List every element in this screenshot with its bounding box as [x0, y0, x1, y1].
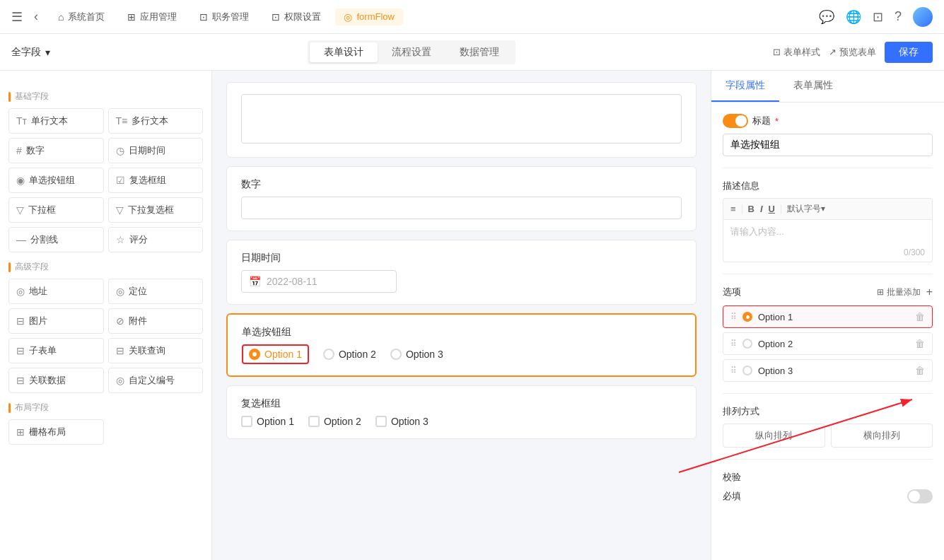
sidebar-item-rating[interactable]: ☆ 评分	[108, 227, 204, 252]
sidebar-item-image[interactable]: ⊟ 图片	[8, 308, 104, 334]
drag-handle-2[interactable]: ⠿	[730, 339, 737, 349]
sidebar-item-number-label: 数字	[26, 144, 45, 157]
menu-icon[interactable]: ☰	[11, 9, 23, 25]
drag-handle-1[interactable]: ⠿	[730, 312, 737, 322]
sidebar-item-datetime-label: 日期时间	[129, 144, 165, 157]
title-toggle[interactable]	[723, 114, 748, 128]
batch-add-button[interactable]: ⊞ 批量添加	[877, 286, 921, 298]
sidebar-item-subtable[interactable]: ⊟ 子表单	[8, 338, 104, 363]
sidebar-item-grid[interactable]: ⊞ 栅格布局	[8, 419, 104, 445]
checkbox-option-1[interactable]: Option 1	[241, 416, 294, 427]
required-toggle[interactable]	[907, 489, 933, 503]
option-1-delete[interactable]: 🗑	[915, 311, 925, 322]
title-input[interactable]	[723, 134, 933, 156]
textarea-top-input[interactable]	[241, 94, 682, 144]
sidebar-item-rating-label: 评分	[129, 233, 148, 246]
home-icon: ⌂	[58, 11, 64, 23]
option-2-input[interactable]	[758, 339, 909, 349]
sidebar-item-single-text[interactable]: Tт 单行文本	[8, 108, 104, 134]
right-panel: 字段属性 表单属性 标题 * 描述信息	[711, 71, 944, 560]
sidebar-item-radio-label: 单选按钮组	[29, 174, 75, 187]
multi-text-icon: T≡	[116, 115, 128, 127]
basic-fields-grid: Tт 单行文本 T≡ 多行文本 # 数字 ◷ 日期时间 ◉ 单选按钮组 ☑ 复选…	[8, 108, 203, 252]
sidebar-item-related-data[interactable]: ⊟ 关联数据	[8, 368, 104, 393]
drag-handle-3[interactable]: ⠿	[730, 366, 737, 375]
sidebar-item-location[interactable]: ◎ 定位	[108, 279, 204, 304]
nav-tab-position[interactable]: ⊡ 职务管理	[191, 8, 257, 26]
sidebar-item-datetime[interactable]: ◷ 日期时间	[108, 138, 204, 163]
italic-icon[interactable]: I	[760, 204, 763, 214]
tab-design[interactable]: 表单设计	[310, 42, 378, 62]
tab-data[interactable]: 数据管理	[445, 42, 513, 62]
radio-option-3[interactable]: Option 3	[390, 349, 443, 360]
sidebar-item-related-query-label: 关联查询	[129, 344, 165, 357]
align-icon[interactable]: ≡	[730, 204, 736, 214]
avatar[interactable]	[913, 7, 933, 27]
table-style-link[interactable]: ⊡ 表单样式	[773, 46, 820, 59]
number-field-input[interactable]	[241, 197, 682, 219]
sort-horizontal-button[interactable]: 横向排列	[831, 424, 933, 448]
sidebar-item-address[interactable]: ◎ 地址	[8, 279, 104, 304]
multi-dropdown-icon: ▽	[116, 204, 124, 216]
nav-tab-permission-label: 权限设置	[284, 11, 321, 23]
preview-link[interactable]: ↗ 预览表单	[829, 46, 876, 59]
option-radio-3	[742, 366, 752, 375]
tab-flow[interactable]: 流程设置	[378, 42, 445, 62]
underline-icon[interactable]: U	[769, 204, 775, 214]
option-3-input[interactable]	[758, 366, 909, 376]
top-nav: ☰ ‹ ⌂ 系统首页 ⊞ 应用管理 ⊡ 职务管理 ⊡ 权限设置 ◎ formFl…	[0, 0, 944, 34]
sidebar-item-radio[interactable]: ◉ 单选按钮组	[8, 168, 104, 193]
sidebar-item-multi-text[interactable]: T≡ 多行文本	[108, 108, 204, 134]
tab-field-prop[interactable]: 字段属性	[711, 71, 779, 102]
nav-tab-position-label: 职务管理	[212, 11, 249, 23]
sort-vertical-button[interactable]: 纵向排列	[723, 424, 825, 448]
sidebar-item-dropdown[interactable]: ▽ 下拉框	[8, 197, 104, 223]
add-option-button[interactable]: +	[926, 286, 933, 298]
option-item-1[interactable]: ⠿ 🗑	[723, 305, 933, 328]
nav-tab-formflow[interactable]: ◎ formFlow	[335, 8, 402, 25]
checkbox-option-2[interactable]: Option 2	[308, 416, 361, 427]
sidebar-item-number[interactable]: # 数字	[8, 138, 104, 163]
help-icon[interactable]: ?	[895, 9, 902, 24]
sidebar-item-multi-text-label: 多行文本	[132, 115, 168, 127]
checkbox-option-3[interactable]: Option 3	[375, 416, 429, 427]
sub-nav-tabs: 表单设计 流程设置 数据管理	[308, 40, 515, 64]
sidebar-item-custom-serial[interactable]: ◎ 自定义编号	[108, 368, 204, 393]
sub-nav-right: ⊡ 表单样式 ↗ 预览表单 保存	[773, 42, 933, 63]
checkbox-icon: ☑	[116, 175, 125, 186]
number-field-block: 数字	[226, 166, 697, 231]
all-fields-button[interactable]: 全字段 ▾	[11, 46, 50, 59]
chat-icon[interactable]: 💬	[819, 9, 834, 25]
option-2-delete[interactable]: 🗑	[915, 338, 925, 349]
radio-option-2-label: Option 2	[339, 349, 376, 360]
radio-option-1-circle[interactable]	[249, 349, 260, 360]
bold-icon[interactable]: B	[748, 204, 754, 214]
radio-icon: ◉	[16, 175, 25, 186]
screen-icon[interactable]: ⊡	[873, 9, 883, 25]
radio-field-block[interactable]: 单选按钮组 Option 1 Option 2 Option 3	[226, 313, 697, 377]
sidebar-item-checkbox[interactable]: ☑ 复选框组	[108, 168, 204, 193]
desc-prop-label: 描述信息	[723, 180, 933, 192]
nav-tab-home[interactable]: ⌂ 系统首页	[49, 8, 113, 26]
font-size-selector[interactable]: 默认字号▾	[787, 203, 825, 215]
sidebar-item-related-query[interactable]: ⊟ 关联查询	[108, 338, 204, 363]
option-item-3[interactable]: ⠿ 🗑	[723, 359, 933, 382]
nav-tab-app[interactable]: ⊞ 应用管理	[119, 8, 185, 26]
canvas: 数字 日期时间 📅 2022-08-11 单选按钮组 Option 1	[212, 71, 711, 560]
desc-area[interactable]: 请输入内容... 0/300	[723, 220, 933, 262]
checkbox-option-2-box	[308, 416, 320, 427]
tab-form-prop[interactable]: 表单属性	[779, 71, 847, 102]
sidebar-item-divider[interactable]: — 分割线	[8, 227, 104, 252]
option-1-input[interactable]	[758, 312, 909, 322]
save-button[interactable]: 保存	[885, 42, 933, 63]
sidebar-item-attachment[interactable]: ⊘ 附件	[108, 308, 204, 334]
back-icon[interactable]: ‹	[34, 9, 38, 24]
datetime-field-input[interactable]: 📅 2022-08-11	[241, 270, 397, 293]
globe-icon[interactable]: 🌐	[846, 9, 861, 25]
radio-option-2[interactable]: Option 2	[323, 349, 376, 360]
sidebar-item-multi-dropdown[interactable]: ▽ 下拉复选框	[108, 197, 204, 223]
sort-buttons: 纵向排列 横向排列	[723, 424, 933, 448]
option-item-2[interactable]: ⠿ 🗑	[723, 332, 933, 355]
nav-tab-permission[interactable]: ⊡ 权限设置	[263, 8, 330, 26]
option-3-delete[interactable]: 🗑	[915, 365, 925, 376]
